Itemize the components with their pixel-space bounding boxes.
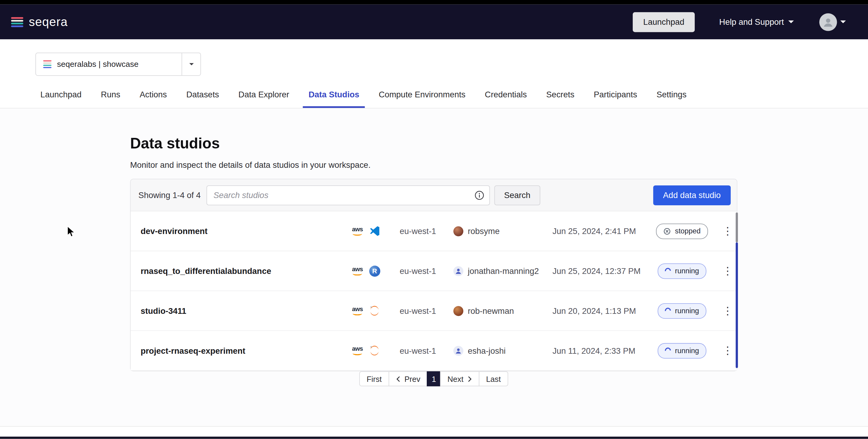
top-navbar: seqera Launchpad Help and Support — [0, 4, 868, 39]
row-menu-button[interactable]: ⋮ — [722, 345, 733, 356]
tab-datasets[interactable]: Datasets — [181, 90, 225, 108]
region: eu-west-1 — [400, 306, 454, 315]
launchpad-button[interactable]: Launchpad — [633, 12, 695, 32]
workspace-selector-current[interactable]: seqeralabs | showcase — [36, 53, 182, 75]
studio-name[interactable]: rnaseq_to_differentialabundance — [141, 266, 352, 276]
table-row[interactable]: dev-environment aws eu-west-1 robsyme Ju… — [131, 211, 737, 251]
tab-data-explorer[interactable]: Data Explorer — [233, 90, 294, 108]
studios-table-card: Showing 1-4 of 4 Search Add data studio — [130, 179, 737, 371]
tab-actions[interactable]: Actions — [134, 90, 173, 108]
user-cell: robsyme — [453, 226, 553, 236]
row-menu-button[interactable]: ⋮ — [722, 226, 733, 237]
tab-participants[interactable]: Participants — [588, 90, 643, 108]
status-label: stopped — [675, 227, 701, 235]
date-created: Jun 25, 2024, 2:41 PM — [553, 226, 654, 236]
studio-name[interactable]: dev-environment — [141, 226, 352, 236]
aws-icon: aws — [352, 266, 363, 276]
kebab-cell: ⋮ — [710, 305, 737, 316]
search-input[interactable] — [206, 185, 490, 205]
workspace-selector: seqeralabs | showcase — [35, 53, 201, 76]
avatar — [453, 346, 463, 355]
tab-runs[interactable]: Runs — [95, 90, 126, 108]
pagination: First Prev 1 Next Last — [130, 371, 737, 386]
person-icon — [822, 16, 834, 28]
table-row[interactable]: studio-3411 aws eu-west-1 rob-newman — [131, 291, 737, 331]
status-label: running — [675, 307, 699, 315]
app-viewport: seqera Launchpad Help and Support — [0, 0, 868, 439]
workspace-name: seqeralabs | showcase — [57, 60, 139, 69]
person-icon — [455, 267, 462, 275]
table-row[interactable]: project-rnaseq-experiment aws eu-west-1 — [131, 331, 737, 371]
jupyter-icon — [369, 345, 380, 356]
seqera-logo[interactable]: seqera — [11, 15, 68, 29]
workspace-header: seqeralabs | showcase Launchpad Runs Act… — [0, 39, 868, 108]
jupyter-icon — [369, 305, 380, 317]
avatar — [453, 226, 463, 236]
main-content: Data studios Monitor and inspect the det… — [0, 108, 868, 426]
chevron-right-icon — [467, 376, 472, 382]
user-cell: esha-joshi — [453, 346, 553, 355]
tab-launchpad[interactable]: Launchpad — [35, 90, 87, 108]
tab-settings[interactable]: Settings — [651, 90, 692, 108]
person-icon — [455, 347, 462, 355]
scrollbar-track-accent — [736, 243, 738, 368]
kebab-cell: ⋮ — [710, 226, 737, 237]
page-title: Data studios — [130, 135, 220, 152]
pagination-prev[interactable]: Prev — [388, 371, 428, 386]
status-badge: running — [658, 263, 706, 278]
spinner-icon — [664, 346, 672, 355]
footer-divider — [0, 426, 868, 427]
seqera-logo-icon — [11, 17, 23, 27]
table-row[interactable]: rnaseq_to_differentialabundance aws R eu… — [131, 251, 737, 291]
spinner-icon — [664, 307, 672, 315]
chevron-down-icon — [788, 21, 794, 23]
tab-data-studios[interactable]: Data Studios — [303, 90, 365, 108]
scrollbar-thumb[interactable] — [736, 213, 738, 243]
status-badge: running — [658, 303, 706, 318]
status-label: running — [675, 266, 699, 275]
info-icon[interactable] — [474, 190, 484, 200]
status-badge: stopped — [656, 223, 708, 239]
chevron-down-icon — [840, 21, 846, 23]
studio-name[interactable]: project-rnaseq-experiment — [141, 346, 352, 355]
search-wrap — [206, 185, 490, 205]
tab-credentials[interactable]: Credentials — [479, 90, 532, 108]
user-menu[interactable] — [819, 13, 846, 31]
add-data-studio-button[interactable]: Add data studio — [653, 185, 731, 205]
spinner-icon — [664, 266, 672, 275]
kebab-cell: ⋮ — [710, 266, 737, 276]
studio-name[interactable]: studio-3411 — [141, 306, 352, 315]
pagination-page-1[interactable]: 1 — [427, 371, 441, 386]
table-toolbar: Showing 1-4 of 4 Search Add data studio — [131, 179, 737, 211]
help-label: Help and Support — [719, 17, 784, 27]
status-cell: stopped — [654, 223, 710, 239]
username: esha-joshi — [468, 346, 506, 355]
row-menu-button[interactable]: ⋮ — [722, 266, 733, 276]
pagination-group: First Prev 1 Next Last — [360, 371, 508, 386]
avatar — [453, 266, 463, 276]
chevron-left-icon — [396, 376, 400, 382]
region: eu-west-1 — [400, 346, 454, 355]
avatar — [453, 306, 463, 316]
date-created: Jun 25, 2024, 12:37 PM — [553, 266, 654, 276]
showing-count: Showing 1-4 of 4 — [138, 190, 201, 200]
tab-compute-environments[interactable]: Compute Environments — [373, 90, 471, 108]
search-button[interactable]: Search — [494, 185, 540, 205]
window-top-strip — [0, 0, 868, 4]
date-created: Jun 20, 2024, 1:13 PM — [553, 306, 654, 315]
username: rob-newman — [468, 306, 514, 315]
prev-label: Prev — [404, 374, 421, 383]
status-cell: running — [654, 343, 710, 358]
aws-icon: aws — [352, 306, 363, 315]
pagination-next[interactable]: Next — [440, 371, 480, 386]
studio-icons: aws — [352, 225, 400, 237]
navbar-right: Launchpad Help and Support — [633, 12, 846, 32]
circle-x-icon — [663, 227, 671, 235]
pagination-first[interactable]: First — [360, 371, 389, 386]
help-and-support-menu[interactable]: Help and Support — [719, 17, 794, 27]
workspace-dropdown-toggle[interactable] — [182, 53, 200, 75]
pagination-last[interactable]: Last — [479, 371, 508, 386]
row-menu-button[interactable]: ⋮ — [722, 305, 733, 316]
kebab-cell: ⋮ — [710, 345, 737, 356]
tab-secrets[interactable]: Secrets — [541, 90, 580, 108]
